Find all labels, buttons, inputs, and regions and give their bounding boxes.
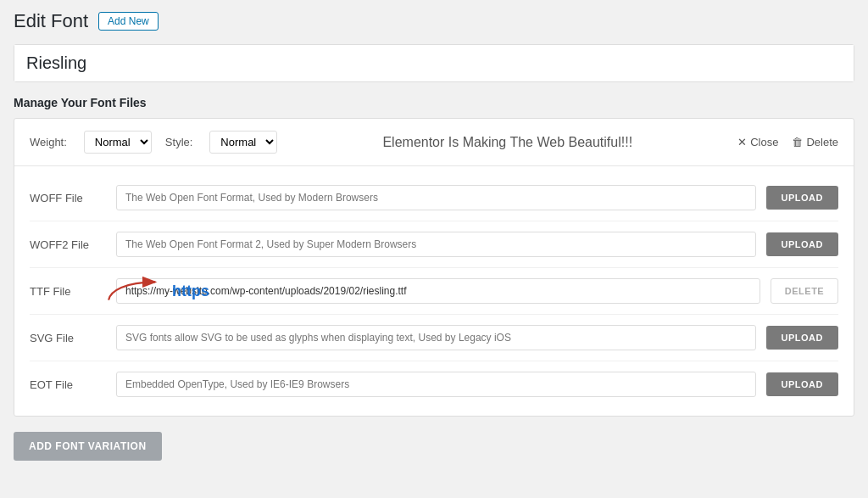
ttf-delete-button[interactable]: DELETE bbox=[771, 278, 838, 304]
close-label: Close bbox=[750, 136, 778, 148]
weight-select[interactable]: Normal 100 200 300 400 500 600 700 800 9… bbox=[84, 131, 152, 154]
woff-file-row: WOFF File UPLOAD bbox=[30, 175, 838, 221]
woff-file-input[interactable] bbox=[116, 185, 756, 210]
page-title: Edit Font bbox=[14, 10, 88, 32]
ttf-file-row: TTF File DELETE https bbox=[30, 268, 838, 315]
ttf-file-label: TTF File bbox=[30, 285, 106, 298]
eot-file-label: EOT File bbox=[30, 378, 106, 391]
add-variation-button[interactable]: ADD FONT VARIATION bbox=[14, 432, 162, 461]
delete-variation-button[interactable]: 🗑 Delete bbox=[792, 136, 838, 148]
woff-upload-button[interactable]: UPLOAD bbox=[766, 186, 838, 210]
svg-file-row: SVG File UPLOAD bbox=[30, 315, 838, 361]
style-select[interactable]: Normal Italic bbox=[209, 131, 277, 154]
add-new-button[interactable]: Add New bbox=[98, 12, 159, 31]
trash-icon: 🗑 bbox=[792, 136, 803, 148]
svg-upload-button[interactable]: UPLOAD bbox=[766, 326, 838, 350]
eot-upload-button[interactable]: UPLOAD bbox=[766, 372, 838, 396]
file-rows-section: WOFF File UPLOAD WOFF2 File UPLOAD TTF F… bbox=[14, 166, 854, 416]
delete-label: Delete bbox=[806, 136, 838, 148]
eot-file-row: EOT File UPLOAD bbox=[30, 361, 838, 407]
woff2-file-row: WOFF2 File UPLOAD bbox=[30, 221, 838, 268]
font-name-input[interactable] bbox=[14, 45, 854, 81]
svg-file-label: SVG File bbox=[30, 332, 106, 344]
ttf-file-input[interactable] bbox=[116, 278, 760, 304]
woff-file-label: WOFF File bbox=[30, 192, 106, 204]
woff2-file-input[interactable] bbox=[116, 232, 756, 257]
bar-actions: ✕ Close 🗑 Delete bbox=[737, 136, 838, 148]
preview-text: Elementor Is Making The Web Beautiful!!! bbox=[291, 135, 724, 150]
variation-bar: Weight: Normal 100 200 300 400 500 600 7… bbox=[14, 119, 854, 166]
close-button[interactable]: ✕ Close bbox=[737, 136, 778, 148]
manage-section-title: Manage Your Font Files bbox=[14, 96, 854, 109]
font-name-wrapper bbox=[14, 44, 854, 82]
woff2-upload-button[interactable]: UPLOAD bbox=[766, 232, 838, 256]
woff2-file-label: WOFF2 File bbox=[30, 238, 106, 251]
main-card: Weight: Normal 100 200 300 400 500 600 7… bbox=[14, 118, 854, 417]
close-x-icon: ✕ bbox=[737, 136, 747, 148]
style-label: Style: bbox=[165, 136, 193, 148]
svg-file-input[interactable] bbox=[116, 325, 756, 350]
add-variation-wrapper: ADD FONT VARIATION bbox=[14, 432, 854, 467]
eot-file-input[interactable] bbox=[116, 372, 756, 397]
weight-label: Weight: bbox=[30, 136, 67, 148]
page-header: Edit Font Add New bbox=[14, 10, 854, 32]
